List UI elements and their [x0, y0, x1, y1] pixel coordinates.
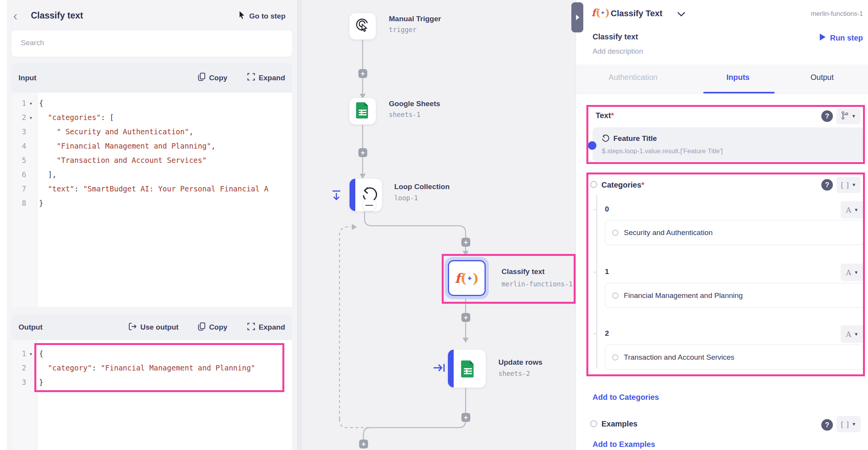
- code-text: }: [39, 378, 43, 386]
- help-icon[interactable]: ?: [821, 110, 833, 122]
- array-type-button[interactable]: [ ] ▼: [836, 177, 861, 193]
- workflow-canvas[interactable]: + + + + + + Manual Trigger trigger Googl…: [297, 0, 576, 450]
- category-item-input[interactable]: Security and Authentication: [605, 220, 864, 245]
- category-item-value: Transaction and Account Services: [624, 353, 735, 362]
- loop-ref-icon: [601, 134, 610, 144]
- field-node-circle[interactable]: [590, 181, 597, 188]
- item-type-button[interactable]: A▼: [841, 325, 864, 343]
- code-text: "categories": [: [39, 113, 114, 122]
- mapping-mode-button[interactable]: ▼: [836, 108, 861, 124]
- array-brackets-icon: [ ]: [841, 181, 849, 189]
- dropdown-arrow-icon: ▼: [851, 182, 856, 188]
- workflow-edges: [302, 0, 576, 450]
- loop-accent-bar: [350, 179, 355, 211]
- use-output-icon: [128, 322, 137, 333]
- line-number: 3: [12, 127, 26, 136]
- add-step-button[interactable]: +: [461, 413, 470, 422]
- category-item-input[interactable]: Transaction and Account Services: [605, 345, 864, 370]
- help-icon[interactable]: ?: [821, 179, 833, 191]
- array-type-button[interactable]: [ ] ▼: [836, 416, 861, 432]
- panel-title: Classify text: [31, 10, 83, 21]
- array-item-index: 2: [605, 329, 609, 338]
- manual-trigger-icon: [355, 17, 371, 35]
- array-item-tick: [593, 272, 597, 272]
- search-box[interactable]: [12, 30, 292, 57]
- node-manual-trigger[interactable]: [349, 13, 376, 40]
- add-to-categories-link[interactable]: Add to Categories: [593, 393, 659, 402]
- step-type-title: Classify Text: [611, 8, 662, 19]
- code-text: {: [39, 349, 43, 358]
- fold-arrow-icon[interactable]: ▾: [26, 100, 35, 106]
- string-type-icon: A: [846, 330, 851, 338]
- fold-arrow-icon[interactable]: ▾: [26, 114, 35, 120]
- value-node-circle: [612, 230, 618, 236]
- add-step-button[interactable]: +: [358, 148, 367, 157]
- fold-spacer: [26, 188, 35, 189]
- category-item-input[interactable]: Financial Management and Planning: [605, 283, 864, 308]
- array-item-index: 0: [605, 205, 609, 213]
- input-card: Input Copy Expand 1▾{2▾ "categories": [3: [12, 63, 292, 307]
- config-tabbar: AuthenticationInputsOutput: [576, 64, 868, 94]
- tab-inputs[interactable]: Inputs: [726, 73, 750, 82]
- copy-input-button[interactable]: Copy: [198, 73, 228, 83]
- add-description[interactable]: Add description: [593, 47, 643, 56]
- node-update-rows[interactable]: [448, 349, 486, 388]
- mapped-value-title: Feature Title: [613, 134, 657, 143]
- fold-arrow-icon[interactable]: ▾: [26, 350, 35, 357]
- code-line: 2▾ "categories": [: [12, 110, 292, 124]
- output-card-header: Output Use output Copy: [12, 315, 292, 340]
- node-subtitle: sheets-1: [389, 111, 420, 118]
- copy-icon: [198, 73, 206, 83]
- add-step-button[interactable]: +: [461, 238, 470, 247]
- help-icon[interactable]: ?: [821, 419, 833, 431]
- category-item-value: Security and Authentication: [624, 228, 713, 237]
- node-subtitle: merlin-functions-1: [502, 280, 572, 288]
- fold-spacer: [26, 145, 35, 146]
- line-number: 6: [12, 170, 26, 179]
- output-code-viewer[interactable]: 1▾{2 "category": "Financial Management a…: [12, 340, 292, 450]
- copy-output-button[interactable]: Copy: [198, 322, 228, 333]
- node-google-sheets-1[interactable]: [349, 98, 376, 125]
- chevron-down-icon[interactable]: [677, 12, 686, 19]
- collapse-panel-handle[interactable]: [571, 2, 583, 32]
- jump-into-loop-icon[interactable]: [331, 190, 342, 203]
- node-title: Loop Collection: [394, 183, 450, 191]
- code-text: }: [39, 199, 43, 207]
- search-input[interactable]: [20, 38, 280, 47]
- item-type-button[interactable]: A▼: [841, 264, 864, 281]
- branch-icon: [841, 111, 849, 121]
- collapse-loop-button[interactable]: —: [363, 198, 376, 211]
- use-output-button[interactable]: Use output: [128, 322, 179, 333]
- fold-spacer: [26, 367, 35, 368]
- value-node-circle: [612, 293, 618, 299]
- input-code-editor[interactable]: 1▾{2▾ "categories": [3 " Security and Au…: [12, 93, 292, 307]
- node-subtitle: trigger: [389, 26, 417, 34]
- tab-output[interactable]: Output: [811, 73, 834, 82]
- node-title: Update rows: [498, 358, 542, 367]
- step-name[interactable]: Classify text: [593, 32, 638, 41]
- node-classify-text[interactable]: f(✦): [448, 260, 486, 296]
- go-to-step-button[interactable]: Go to step: [238, 11, 285, 21]
- string-type-icon: A: [846, 268, 851, 277]
- back-icon[interactable]: ‹: [13, 10, 17, 21]
- code-line: 6 ],: [12, 167, 292, 181]
- code-text: ],: [39, 170, 57, 179]
- add-step-button[interactable]: +: [461, 313, 470, 322]
- add-step-button[interactable]: +: [358, 69, 367, 78]
- value-node-circle: [612, 354, 618, 360]
- input-card-header: Input Copy Expand: [12, 63, 292, 93]
- run-step-button[interactable]: Run step: [819, 33, 863, 43]
- add-step-button[interactable]: +: [359, 440, 368, 448]
- expand-icon: [247, 323, 255, 332]
- tab-authentication[interactable]: Authentication: [609, 73, 658, 82]
- array-item-index: 1: [605, 267, 609, 276]
- add-to-examples-link[interactable]: Add to Examples: [593, 440, 655, 449]
- node-title: Manual Trigger: [389, 15, 441, 23]
- field-node-circle[interactable]: [590, 420, 597, 427]
- code-line: 8}: [12, 196, 292, 210]
- text-field-value[interactable]: Feature Title $.steps.loop-1.value.resul…: [593, 127, 864, 161]
- item-type-button[interactable]: A▼: [841, 201, 864, 218]
- expand-output-button[interactable]: Expand: [247, 323, 285, 332]
- code-line: 2 "category": "Financial Management and …: [12, 360, 292, 375]
- expand-input-button[interactable]: Expand: [247, 73, 285, 83]
